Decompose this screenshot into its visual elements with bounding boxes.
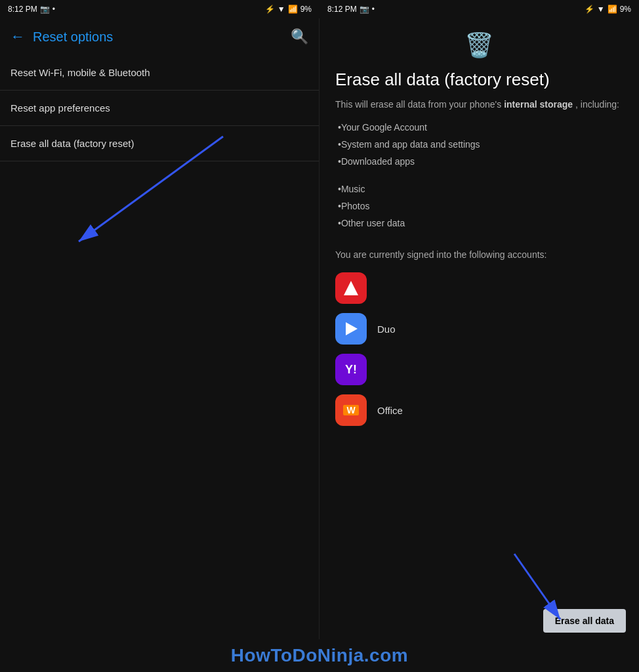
status-bar: 8:12 PM 📷 • ⚡ ▼ 📶 9% 8:12 PM 📷 • ⚡ ▼ 📶 9…: [0, 0, 639, 18]
trash-icon-container: 🗑️: [335, 32, 623, 59]
bullet-user-data: •Other user data: [335, 218, 623, 228]
left-camera-icon: 📷: [40, 5, 50, 14]
trash-icon: 🗑️: [464, 32, 494, 59]
back-button[interactable]: ←: [10, 28, 25, 45]
app-row-office: W Office: [335, 394, 623, 426]
desc-plain: This will erase all data from your phone…: [335, 99, 504, 110]
toolbar-title: Reset options: [33, 30, 283, 45]
right-camera-icon: 📷: [360, 5, 369, 14]
svg-text:A: A: [347, 283, 356, 296]
right-panel: 🗑️ Erase all data (factory reset) This w…: [320, 18, 639, 672]
bullet-google-account: •Your Google Account: [335, 122, 623, 133]
left-battery: 9%: [300, 5, 312, 14]
duo-label: Duo: [377, 324, 396, 335]
toolbar: ← Reset options 🔍: [0, 18, 319, 55]
yahoo-icon: Y!: [335, 354, 367, 385]
menu-item-factory-reset[interactable]: Erase all data (factory reset): [0, 126, 319, 161]
left-signal-icon: 📶: [288, 5, 298, 14]
right-wifi-icon: ▼: [597, 5, 605, 14]
desc-suffix: , including:: [575, 99, 619, 110]
menu-item-reset-app[interactable]: Reset app preferences: [0, 91, 319, 126]
accounts-text: You are currently signed into the follow…: [335, 248, 623, 262]
svg-marker-5: [346, 322, 358, 335]
office-icon: W: [335, 394, 367, 426]
app-row-duo: Duo: [335, 313, 623, 345]
right-signal-icon: 📶: [608, 5, 617, 14]
left-dot: •: [52, 5, 55, 14]
duo-icon: [335, 313, 367, 345]
bullet-downloaded-apps: •Downloaded apps: [335, 156, 623, 167]
right-battery: 9%: [620, 5, 631, 14]
adobe-icon: A: [335, 272, 367, 304]
svg-text:W: W: [346, 405, 356, 415]
bullet-music: •Music: [335, 184, 623, 194]
app-row-adobe: A: [335, 272, 623, 304]
erase-description: This will erase all data from your phone…: [335, 98, 623, 112]
search-button[interactable]: 🔍: [291, 28, 308, 45]
erase-all-data-button[interactable]: Erase all data: [543, 609, 626, 633]
desc-bold: internal storage: [504, 99, 573, 110]
left-wifi-icon: ▼: [278, 5, 285, 14]
bullet-system-data: •System and app data and settings: [335, 139, 623, 150]
bullet-photos: •Photos: [335, 201, 623, 211]
left-status-bar: 8:12 PM 📷 • ⚡ ▼ 📶 9%: [0, 0, 320, 18]
erase-title: Erase all data (factory reset): [335, 70, 623, 90]
watermark: HowToDoNinja.com: [0, 639, 639, 672]
left-time: 8:12 PM: [8, 5, 37, 14]
watermark-text: HowToDoNinja.com: [231, 645, 408, 666]
right-time: 8:12 PM: [327, 5, 357, 14]
left-panel: ← Reset options 🔍 Reset Wi-Fi, mobile & …: [0, 18, 320, 672]
left-bluetooth-icon: ⚡: [265, 5, 275, 14]
right-bluetooth-icon: ⚡: [585, 5, 594, 14]
main-panels: ← Reset options 🔍 Reset Wi-Fi, mobile & …: [0, 18, 639, 672]
right-dot: •: [372, 5, 375, 14]
menu-item-wifi[interactable]: Reset Wi-Fi, mobile & Bluetooth: [0, 55, 319, 91]
office-label: Office: [377, 405, 403, 416]
right-status-bar: 8:12 PM 📷 • ⚡ ▼ 📶 9%: [320, 0, 639, 18]
app-row-yahoo: Y!: [335, 354, 623, 385]
